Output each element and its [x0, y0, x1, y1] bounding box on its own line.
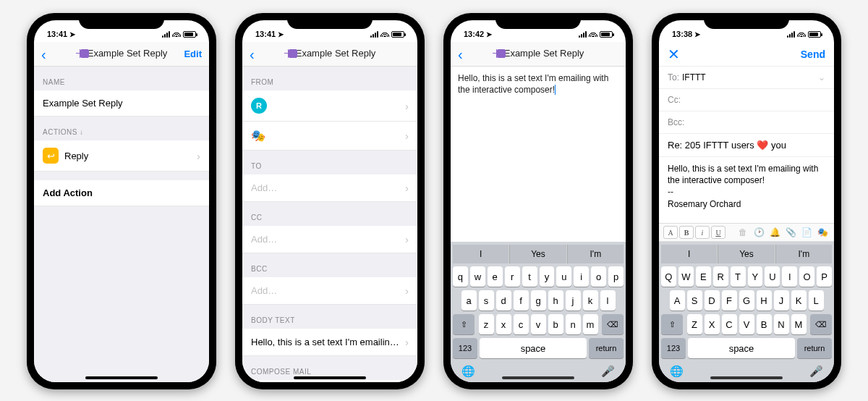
key-j[interactable]: J	[774, 290, 789, 311]
send-button[interactable]: Send	[801, 48, 825, 60]
key-e[interactable]: E	[696, 266, 711, 287]
key-j[interactable]: j	[566, 290, 581, 311]
home-indicator[interactable]	[502, 376, 574, 379]
key-x[interactable]: x	[496, 314, 511, 334]
key-w[interactable]: w	[470, 266, 485, 287]
mic-key[interactable]: 🎤	[601, 365, 615, 378]
key-m[interactable]: M	[791, 314, 807, 334]
predict-1[interactable]: I	[453, 245, 509, 263]
format-a-button[interactable]: A	[663, 226, 678, 239]
clock-icon[interactable]: 🕑	[752, 226, 766, 239]
key-n[interactable]: N	[774, 314, 789, 334]
key-f[interactable]: f	[514, 290, 529, 311]
numbers-key[interactable]: 123	[453, 338, 477, 358]
bell-icon[interactable]: 🔔	[767, 226, 782, 239]
key-r[interactable]: R	[713, 266, 728, 287]
key-b[interactable]: B	[757, 314, 772, 334]
key-n[interactable]: n	[566, 314, 581, 334]
key-c[interactable]: c	[514, 314, 529, 334]
key-w[interactable]: W	[678, 266, 694, 287]
bcc-cell[interactable]: Add… ›	[242, 277, 417, 305]
back-button[interactable]: ‹	[458, 47, 463, 62]
close-button[interactable]: ✕	[668, 46, 680, 63]
key-o[interactable]: o	[591, 266, 606, 287]
home-indicator[interactable]	[710, 376, 783, 379]
space-key[interactable]: space	[480, 338, 587, 358]
bold-button[interactable]: B	[679, 226, 694, 239]
return-key[interactable]: return	[797, 338, 832, 358]
key-i[interactable]: i	[574, 266, 589, 287]
numbers-key[interactable]: 123	[661, 338, 686, 358]
back-button[interactable]: ‹	[41, 47, 46, 62]
key-u[interactable]: u	[556, 266, 571, 287]
key-t[interactable]: t	[522, 266, 537, 287]
trash-icon[interactable]: 🗑	[736, 226, 750, 239]
key-b[interactable]: b	[548, 314, 563, 334]
to-field[interactable]: To: IFTTT ⌄	[659, 67, 834, 89]
body-text-cell[interactable]: Hello, this is a set text I'm emailing w…	[242, 329, 417, 356]
subject-field[interactable]: Re: 205 IFTTT users ❤️ you	[659, 134, 834, 157]
key-u[interactable]: U	[765, 266, 780, 287]
key-x[interactable]: X	[705, 314, 720, 334]
key-r[interactable]: r	[505, 266, 520, 287]
predict-2[interactable]: Yes	[718, 245, 774, 263]
key-e[interactable]: e	[488, 266, 503, 287]
key-g[interactable]: g	[531, 290, 546, 311]
action-reply-cell[interactable]: ↩ Reply ›	[34, 140, 209, 172]
key-d[interactable]: d	[496, 290, 511, 311]
underline-button[interactable]: U	[711, 226, 726, 239]
add-action-cell[interactable]: Add Action	[34, 180, 209, 206]
key-k[interactable]: K	[791, 290, 807, 311]
key-z[interactable]: z	[479, 314, 494, 334]
key-s[interactable]: s	[479, 290, 494, 311]
template-icon[interactable]: 📄	[799, 226, 814, 239]
shift-key[interactable]: ⇧	[453, 314, 475, 334]
to-cell[interactable]: Add… ›	[242, 174, 417, 202]
bcc-field[interactable]: Bcc:	[659, 111, 834, 134]
compose-textarea[interactable]: Hello, this is a set text I'm emailing w…	[451, 67, 626, 242]
italic-button[interactable]: i	[695, 226, 710, 239]
key-d[interactable]: D	[705, 290, 720, 311]
predict-3[interactable]: I'm	[567, 245, 624, 263]
key-y[interactable]: Y	[748, 266, 763, 287]
key-m[interactable]: m	[583, 314, 598, 334]
space-key[interactable]: space	[688, 338, 795, 358]
cc-field[interactable]: Cc:	[659, 89, 834, 111]
from-alias-cell[interactable]: 🎭 ›	[242, 122, 417, 151]
globe-key[interactable]: 🌐	[461, 365, 475, 378]
key-q[interactable]: q	[453, 266, 468, 287]
key-l[interactable]: L	[809, 290, 824, 311]
key-g[interactable]: G	[739, 290, 754, 311]
key-f[interactable]: F	[722, 290, 737, 311]
name-cell[interactable]	[34, 90, 209, 117]
key-a[interactable]: a	[461, 290, 477, 311]
key-k[interactable]: k	[583, 290, 598, 311]
key-h[interactable]: H	[757, 290, 772, 311]
predict-2[interactable]: Yes	[509, 245, 566, 263]
key-v[interactable]: V	[739, 314, 754, 334]
key-z[interactable]: Z	[687, 314, 702, 334]
cc-cell[interactable]: Add… ›	[242, 226, 417, 253]
delete-key[interactable]: ⌫	[602, 314, 624, 334]
attach-icon[interactable]: 📎	[783, 226, 798, 239]
chevron-down-icon[interactable]: ⌄	[818, 72, 825, 83]
name-input[interactable]	[43, 98, 200, 109]
key-q[interactable]: Q	[661, 266, 676, 287]
key-i[interactable]: I	[782, 266, 797, 287]
key-v[interactable]: v	[531, 314, 546, 334]
from-account-cell[interactable]: R ›	[242, 90, 417, 122]
key-l[interactable]: l	[600, 290, 616, 311]
key-p[interactable]: p	[608, 266, 624, 287]
predict-1[interactable]: I	[661, 245, 717, 263]
globe-key[interactable]: 🌐	[670, 365, 684, 378]
edit-button[interactable]: Edit	[184, 48, 202, 59]
mic-key[interactable]: 🎤	[809, 365, 823, 378]
delete-key[interactable]: ⌫	[810, 314, 832, 334]
mail-body[interactable]: Hello, this is a set text I'm emailing w…	[659, 157, 834, 223]
key-a[interactable]: A	[670, 290, 685, 311]
signature-icon[interactable]: 🎭	[815, 226, 830, 239]
home-indicator[interactable]	[85, 376, 158, 379]
shift-key[interactable]: ⇧	[661, 314, 683, 334]
key-o[interactable]: O	[799, 266, 814, 287]
key-s[interactable]: S	[687, 290, 702, 311]
